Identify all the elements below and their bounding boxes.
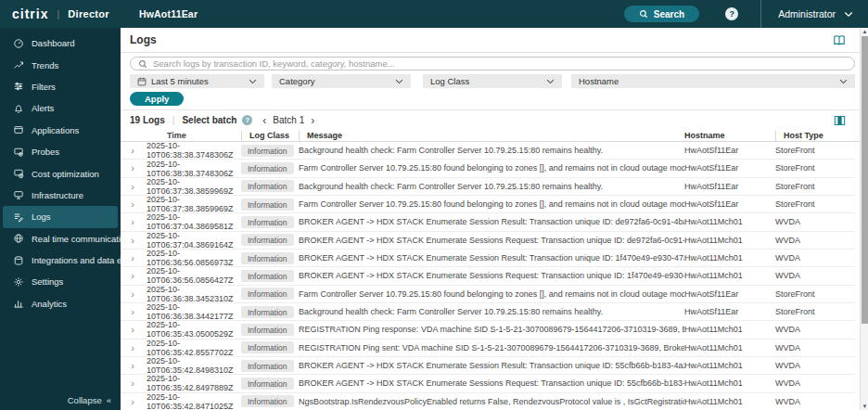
search-button[interactable]: Search <box>624 6 699 22</box>
sidebar-item-label: Trends <box>32 60 58 70</box>
sidebar-item-trends[interactable]: Trends <box>3 54 118 75</box>
sidebar-item-probes[interactable]: Probes <box>3 141 118 162</box>
sidebar-item-alerts[interactable]: Alerts <box>3 97 118 119</box>
sidebar-item-integrations[interactable]: Integrations and data exports <box>3 250 118 271</box>
sidebar-item-cost-optimization[interactable]: $ Cost optimization <box>3 162 118 184</box>
expand-chevron-icon[interactable]: › <box>131 396 134 407</box>
table-row[interactable]: › 2025-10-10T06:37:04.3869581Z Informati… <box>121 213 855 231</box>
integrations-icon <box>13 255 24 266</box>
expand-chevron-icon[interactable]: › <box>131 378 134 389</box>
sidebar-item-label: Probes <box>32 147 59 157</box>
log-hostname: HwAot11Mch01 <box>684 253 775 263</box>
expand-chevron-icon[interactable]: › <box>131 216 134 227</box>
log-time: 2025-10-10T06:36:56.0856973Z <box>145 249 241 267</box>
log-hostname: HwAot11Mch01 <box>684 217 775 226</box>
sidebar-item-filters[interactable]: Filters <box>3 76 118 97</box>
expand-chevron-icon[interactable]: › <box>131 181 134 192</box>
log-time: 2025-10-10T06:35:42.8557702Z <box>145 339 241 357</box>
search-input[interactable] <box>153 58 847 69</box>
table-row[interactable]: › 2025-10-10T06:36:38.3452310Z Informati… <box>121 286 855 303</box>
collapse-button[interactable]: Collapse « <box>68 395 111 405</box>
expand-chevron-icon[interactable]: › <box>131 145 134 156</box>
settings-icon <box>13 276 24 288</box>
infrastructure-icon <box>13 189 24 200</box>
batch-prev-icon[interactable]: ‹ <box>260 114 269 127</box>
scrollbar-thumb[interactable] <box>862 36 868 324</box>
sidebar-item-analytics[interactable]: Analytics <box>3 293 118 314</box>
sidebar-item-real-time-communications[interactable]: Real time communications <box>3 228 118 250</box>
expand-chevron-icon[interactable]: › <box>131 342 134 353</box>
batch-next-icon[interactable]: › <box>308 114 317 127</box>
sidebar-item-infrastructure[interactable]: Infrastructure <box>3 185 118 206</box>
help-icon[interactable]: ? <box>725 7 738 20</box>
sidebar-item-logs[interactable]: Logs <box>3 206 118 227</box>
log-hostname: HwAot11Mch01 <box>684 397 775 406</box>
log-host-type: WVDA <box>775 217 855 226</box>
log-hostname: HwAot11Mch01 <box>684 361 775 370</box>
table-row[interactable]: › 2025-10-10T06:35:42.8497889Z Informati… <box>121 375 855 392</box>
column-header-time: Time <box>145 131 241 140</box>
expand-chevron-icon[interactable]: › <box>131 288 134 300</box>
log-time: 2025-10-10T06:37:04.3869164Z <box>145 231 241 250</box>
vertical-scrollbar[interactable]: ▲ ▼ <box>860 28 868 410</box>
sidebar-item-applications[interactable]: Applications <box>3 120 118 141</box>
log-message: REGISTRATION Ping response: VDA machine … <box>299 325 684 334</box>
filters-icon <box>13 81 24 92</box>
log-time: 2025-10-10T06:35:42.8498310Z <box>145 356 241 375</box>
sidebar-nav: Dashboard Trends Filters Alerts Applicat… <box>0 28 121 410</box>
table-row[interactable]: › 2025-10-10T06:35:42.8471025Z Informati… <box>121 393 855 410</box>
table-row[interactable]: › 2025-10-10T06:36:56.0856427Z Informati… <box>121 267 855 285</box>
column-header-message: Message <box>299 131 684 141</box>
book-icon[interactable] <box>833 34 846 46</box>
table-row[interactable]: › 2025-10-10T06:38:38.3748306Z Informati… <box>121 142 855 160</box>
time-range-dropdown[interactable]: Last 5 minutes <box>130 74 264 88</box>
hostname-dropdown[interactable]: Hostname <box>571 74 855 88</box>
table-row[interactable]: › 2025-10-10T06:35:43.0500529Z Informati… <box>121 321 855 339</box>
log-class-badge: Information <box>241 395 294 407</box>
scroll-up-icon[interactable]: ▲ <box>861 29 868 34</box>
expand-chevron-icon[interactable]: › <box>131 306 134 317</box>
sidebar-item-label: Logs <box>32 211 51 222</box>
column-header-host-type: Host Type <box>775 131 855 141</box>
log-class-badge: Information <box>241 341 294 353</box>
table-row[interactable]: › 2025-10-10T06:38:38.3748306Z Informati… <box>121 160 855 177</box>
category-dropdown[interactable]: Category <box>272 74 411 88</box>
log-message: Background health check: Farm Controller… <box>299 307 684 316</box>
table-row[interactable]: › 2025-10-10T06:36:56.0856973Z Informati… <box>121 250 855 267</box>
expand-chevron-icon[interactable]: › <box>131 360 134 371</box>
columns-icon[interactable] <box>834 115 846 126</box>
log-time: 2025-10-10T06:37:04.3869581Z <box>145 212 241 231</box>
log-class-dropdown[interactable]: Log Class <box>423 74 562 88</box>
expand-chevron-icon[interactable]: › <box>131 270 134 281</box>
table-row[interactable]: › 2025-10-10T06:35:42.8498310Z Informati… <box>121 357 855 375</box>
real-time-communications-icon <box>13 233 24 244</box>
select-batch-label: Select batch <box>182 115 236 125</box>
expand-chevron-icon[interactable]: › <box>131 324 134 335</box>
log-message: REGISTRATION Ping sent: VDA machine SID … <box>299 343 684 352</box>
table-row[interactable]: › 2025-10-10T06:37:04.3869164Z Informati… <box>121 232 855 250</box>
topbar-divider <box>760 0 761 28</box>
sidebar-item-settings[interactable]: Settings <box>3 271 118 292</box>
log-time: 2025-10-10T06:37:38.3859969Z <box>145 195 241 213</box>
info-icon[interactable]: ? <box>242 115 252 125</box>
alerts-icon <box>13 103 24 114</box>
log-message: Farm Controller Server 10.79.25.15:80 fo… <box>299 163 684 173</box>
table-row[interactable]: › 2025-10-10T06:37:38.3859969Z Informati… <box>121 178 855 196</box>
table-body: › 2025-10-10T06:38:38.3748306Z Informati… <box>121 142 868 410</box>
chevron-down-icon <box>249 79 257 84</box>
expand-chevron-icon[interactable]: › <box>131 235 134 246</box>
log-hostname: HwAotSf11Ear <box>684 182 775 191</box>
apply-button[interactable]: Apply <box>130 92 184 106</box>
scroll-down-icon[interactable]: ▼ <box>861 404 868 409</box>
table-row[interactable]: › 2025-10-10T06:36:38.3442177Z Informati… <box>121 303 855 321</box>
table-row[interactable]: › 2025-10-10T06:37:38.3859969Z Informati… <box>121 196 855 213</box>
user-menu[interactable]: Administrator <box>778 8 868 19</box>
table-row[interactable]: › 2025-10-10T06:35:42.8557702Z Informati… <box>121 340 855 357</box>
sidebar-item-label: Cost optimization <box>32 169 99 179</box>
expand-chevron-icon[interactable]: › <box>131 199 134 210</box>
sidebar-item-dashboard[interactable]: Dashboard <box>3 32 118 54</box>
expand-chevron-icon[interactable]: › <box>131 252 134 263</box>
toolbar-divider: | <box>172 115 175 125</box>
expand-chevron-icon[interactable]: › <box>131 162 134 173</box>
log-time: 2025-10-10T06:36:38.3442177Z <box>145 302 241 321</box>
